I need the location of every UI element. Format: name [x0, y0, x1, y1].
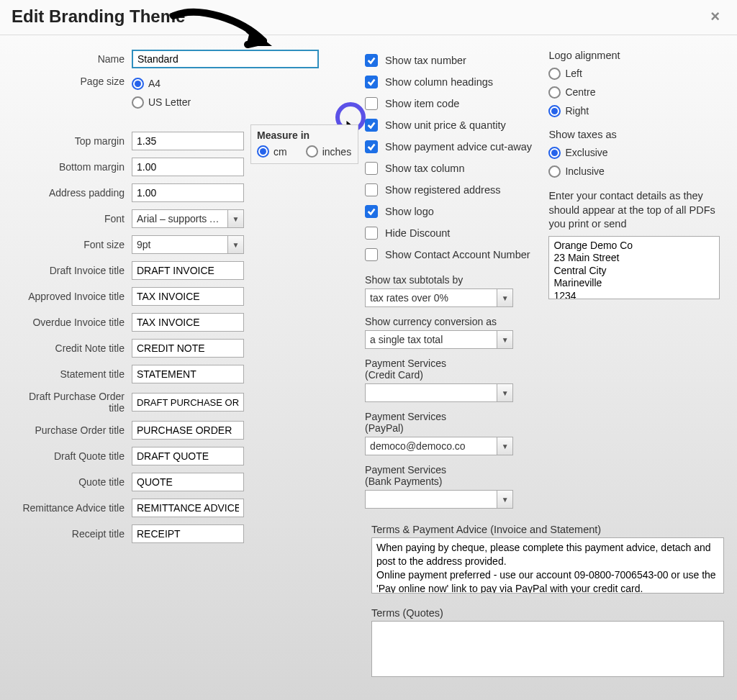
receipt-input[interactable] [132, 524, 244, 543]
overdue-invoice-label: Overdue Invoice title [13, 317, 132, 328]
show-item-code-checkbox[interactable]: Show item code [365, 93, 548, 114]
name-label: Name [13, 53, 132, 65]
logo-centre-option[interactable]: Centre [548, 84, 724, 100]
chevron-down-icon: ▼ [227, 236, 243, 253]
show-tax-number-label: Show tax number [385, 55, 466, 66]
draft-invoice-label: Draft Invoice title [13, 265, 132, 276]
hide-discount-label: Hide Discount [385, 227, 450, 239]
draft-po-input[interactable] [132, 393, 244, 412]
po-input[interactable] [132, 421, 244, 440]
right-column: Logo alignment Left Centre Right Show ta… [548, 50, 724, 550]
po-label: Purchase Order title [13, 424, 132, 436]
show-contact-account-checkbox[interactable]: Show Contact Account Number [365, 244, 548, 265]
remittance-label: Remittance Advice title [13, 502, 132, 514]
show-logo-checkbox[interactable]: Show logo [365, 201, 548, 222]
show-registered-address-checkbox[interactable]: Show registered address [365, 179, 548, 201]
logo-centre-label: Centre [565, 86, 595, 98]
payment-services-pp-select[interactable]: democo@democo.co ▼ [365, 437, 513, 455]
terms-section: Terms & Payment Advice (Invoice and Stat… [371, 524, 724, 679]
payment-services-pp-label: Payment Services (PayPal) [365, 411, 548, 434]
address-padding-label: Address padding [13, 187, 132, 199]
top-margin-input[interactable] [132, 132, 244, 150]
show-unit-price-checkbox[interactable]: Show unit price & quantity [365, 114, 548, 136]
bottom-margin-label: Bottom margin [13, 161, 132, 173]
terms-invoice-label: Terms & Payment Advice (Invoice and Stat… [371, 524, 724, 535]
show-tax-column-label: Show tax column [385, 163, 464, 174]
close-button[interactable]: × [705, 4, 725, 29]
font-size-select[interactable]: 9pt ▼ [132, 235, 244, 254]
logo-right-option[interactable]: Right [548, 103, 724, 119]
currency-conversion-value: a single tax total [366, 334, 497, 345]
tax-subtotals-select[interactable]: tax rates over 0% ▼ [365, 288, 513, 307]
currency-conversion-label: Show currency conversion as [365, 316, 548, 327]
show-taxes-as-label: Show taxes as [548, 129, 724, 140]
address-padding-input[interactable] [132, 183, 244, 202]
measure-cm-label: cm [273, 146, 287, 158]
font-size-label: Font size [13, 239, 132, 250]
payment-services-bp-label: Payment Services (Bank Payments) [365, 464, 548, 487]
dialog-title: Edit Branding Theme [12, 6, 185, 27]
logo-left-option[interactable]: Left [548, 65, 724, 81]
approved-invoice-input[interactable] [132, 287, 244, 306]
edit-branding-theme-dialog: Edit Branding Theme × Name Page size A4 [0, 0, 737, 565]
measure-in-panel: Measure in cm inches [250, 124, 358, 164]
hide-discount-checkbox[interactable]: Hide Discount [365, 222, 548, 244]
tax-subtotals-value: tax rates over 0% [366, 292, 497, 304]
currency-conversion-select[interactable]: a single tax total ▼ [365, 330, 513, 349]
measure-inches-option[interactable] [306, 145, 318, 158]
terms-quotes-input[interactable] [371, 621, 724, 677]
logo-alignment-label: Logo alignment [548, 50, 724, 61]
chevron-down-icon: ▼ [497, 437, 512, 455]
bottom-margin-input[interactable] [132, 158, 244, 176]
show-column-headings-label: Show column headings [385, 76, 493, 88]
page-size-us-label: US Letter [148, 96, 191, 108]
quote-input[interactable] [132, 473, 244, 491]
taxes-inclusive-option[interactable]: Inclusive [548, 163, 724, 179]
overdue-invoice-input[interactable] [132, 313, 244, 332]
draft-quote-input[interactable] [132, 447, 244, 465]
payment-services-cc-label: Payment Services (Credit Card) [365, 358, 548, 381]
draft-invoice-input[interactable] [132, 261, 244, 280]
show-item-code-label: Show item code [385, 98, 459, 109]
terms-invoice-input[interactable] [371, 537, 724, 594]
statement-input[interactable] [132, 365, 244, 383]
dialog-header: Edit Branding Theme × [0, 0, 737, 35]
contact-details-help: Enter your contact details as they shoul… [548, 189, 724, 232]
payment-services-pp-value: democo@democo.co [366, 440, 497, 452]
chevron-down-icon: ▼ [497, 289, 512, 306]
page-size-us-option[interactable]: US Letter [132, 94, 191, 110]
tax-subtotals-label: Show tax subtotals by [365, 274, 548, 286]
contact-details-input[interactable] [548, 236, 720, 299]
font-select-value: Arial – supports Asian l [132, 213, 227, 224]
show-payment-advice-checkbox[interactable]: Show payment advice cut-away [365, 136, 548, 158]
approved-invoice-label: Approved Invoice title [13, 291, 132, 302]
font-select[interactable]: Arial – supports Asian l ▼ [132, 209, 244, 228]
page-size-a4-option[interactable]: A4 [132, 76, 191, 91]
left-column: Name Page size A4 US Letter [13, 50, 365, 550]
chevron-down-icon: ▼ [497, 491, 512, 508]
draft-quote-label: Draft Quote title [13, 450, 132, 462]
receipt-label: Receipt title [13, 528, 132, 540]
taxes-exclusive-label: Exclusive [565, 147, 607, 158]
page-size-a4-label: A4 [148, 78, 160, 89]
font-label: Font [13, 213, 132, 224]
payment-services-bp-select[interactable]: ▼ [365, 490, 513, 509]
measure-cm-option[interactable] [257, 145, 269, 158]
chevron-down-icon: ▼ [497, 331, 512, 348]
page-size-label: Page size [13, 76, 132, 87]
remittance-input[interactable] [132, 499, 244, 517]
show-tax-column-checkbox[interactable]: Show tax column [365, 158, 548, 179]
payment-services-cc-select[interactable]: ▼ [365, 383, 513, 402]
draft-po-label: Draft Purchase Order title [13, 391, 132, 414]
chevron-down-icon: ▼ [227, 210, 243, 227]
name-input[interactable] [132, 50, 319, 68]
taxes-exclusive-option[interactable]: Exclusive [548, 145, 724, 160]
font-size-select-value: 9pt [132, 239, 227, 250]
show-tax-number-checkbox[interactable]: Show tax number [365, 50, 548, 71]
show-unit-price-label: Show unit price & quantity [385, 119, 506, 131]
measure-inches-label: inches [322, 146, 351, 158]
credit-note-input[interactable] [132, 339, 244, 358]
quote-label: Quote title [13, 476, 132, 488]
logo-left-label: Left [565, 68, 582, 79]
show-column-headings-checkbox[interactable]: Show column headings [365, 71, 548, 93]
